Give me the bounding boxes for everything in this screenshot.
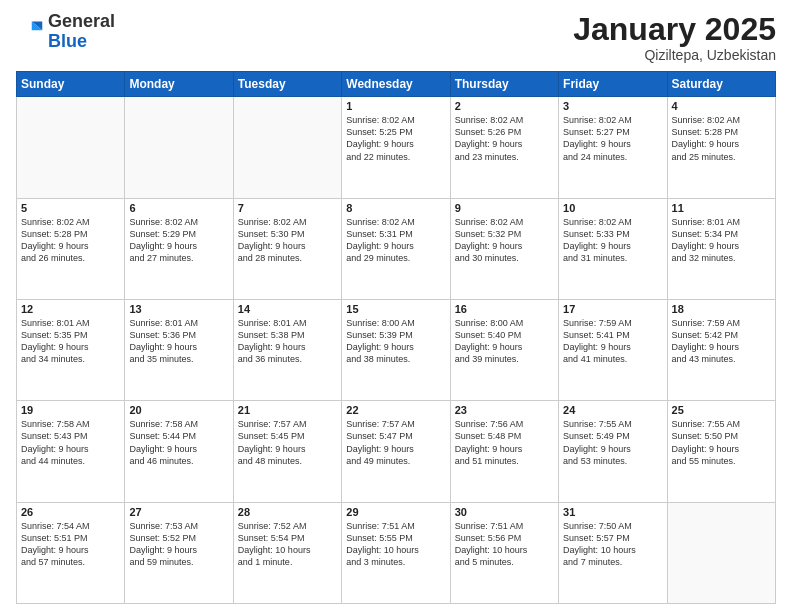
day-number: 3 [563, 100, 662, 112]
day-cell [17, 97, 125, 198]
day-cell: 30Sunrise: 7:51 AM Sunset: 5:56 PM Dayli… [450, 502, 558, 603]
day-cell: 26Sunrise: 7:54 AM Sunset: 5:51 PM Dayli… [17, 502, 125, 603]
day-info: Sunrise: 7:52 AM Sunset: 5:54 PM Dayligh… [238, 520, 337, 569]
calendar-table: SundayMondayTuesdayWednesdayThursdayFrid… [16, 71, 776, 604]
day-info: Sunrise: 8:00 AM Sunset: 5:40 PM Dayligh… [455, 317, 554, 366]
day-cell [667, 502, 775, 603]
day-info: Sunrise: 8:00 AM Sunset: 5:39 PM Dayligh… [346, 317, 445, 366]
logo: General Blue [16, 12, 115, 52]
day-number: 11 [672, 202, 771, 214]
day-number: 20 [129, 404, 228, 416]
day-number: 24 [563, 404, 662, 416]
day-info: Sunrise: 7:58 AM Sunset: 5:44 PM Dayligh… [129, 418, 228, 467]
title-block: January 2025 Qiziltepa, Uzbekistan [573, 12, 776, 63]
day-number: 25 [672, 404, 771, 416]
day-cell: 1Sunrise: 8:02 AM Sunset: 5:25 PM Daylig… [342, 97, 450, 198]
day-cell: 12Sunrise: 8:01 AM Sunset: 5:35 PM Dayli… [17, 299, 125, 400]
day-number: 22 [346, 404, 445, 416]
day-info: Sunrise: 7:59 AM Sunset: 5:42 PM Dayligh… [672, 317, 771, 366]
day-number: 16 [455, 303, 554, 315]
week-row-4: 19Sunrise: 7:58 AM Sunset: 5:43 PM Dayli… [17, 401, 776, 502]
day-cell: 16Sunrise: 8:00 AM Sunset: 5:40 PM Dayli… [450, 299, 558, 400]
day-cell: 7Sunrise: 8:02 AM Sunset: 5:30 PM Daylig… [233, 198, 341, 299]
day-info: Sunrise: 8:02 AM Sunset: 5:28 PM Dayligh… [21, 216, 120, 265]
day-cell: 2Sunrise: 8:02 AM Sunset: 5:26 PM Daylig… [450, 97, 558, 198]
logo-icon [16, 18, 44, 46]
day-info: Sunrise: 8:02 AM Sunset: 5:26 PM Dayligh… [455, 114, 554, 163]
day-cell: 14Sunrise: 8:01 AM Sunset: 5:38 PM Dayli… [233, 299, 341, 400]
day-cell: 19Sunrise: 7:58 AM Sunset: 5:43 PM Dayli… [17, 401, 125, 502]
logo-general-text: General [48, 11, 115, 31]
day-number: 17 [563, 303, 662, 315]
day-info: Sunrise: 7:50 AM Sunset: 5:57 PM Dayligh… [563, 520, 662, 569]
day-number: 4 [672, 100, 771, 112]
week-row-5: 26Sunrise: 7:54 AM Sunset: 5:51 PM Dayli… [17, 502, 776, 603]
day-info: Sunrise: 7:57 AM Sunset: 5:45 PM Dayligh… [238, 418, 337, 467]
day-info: Sunrise: 8:02 AM Sunset: 5:25 PM Dayligh… [346, 114, 445, 163]
day-info: Sunrise: 8:02 AM Sunset: 5:27 PM Dayligh… [563, 114, 662, 163]
day-number: 15 [346, 303, 445, 315]
day-number: 1 [346, 100, 445, 112]
day-info: Sunrise: 8:02 AM Sunset: 5:28 PM Dayligh… [672, 114, 771, 163]
day-info: Sunrise: 8:01 AM Sunset: 5:38 PM Dayligh… [238, 317, 337, 366]
page: General Blue January 2025 Qiziltepa, Uzb… [0, 0, 792, 612]
day-header-saturday: Saturday [667, 72, 775, 97]
day-cell: 6Sunrise: 8:02 AM Sunset: 5:29 PM Daylig… [125, 198, 233, 299]
day-cell: 13Sunrise: 8:01 AM Sunset: 5:36 PM Dayli… [125, 299, 233, 400]
day-info: Sunrise: 7:51 AM Sunset: 5:56 PM Dayligh… [455, 520, 554, 569]
day-info: Sunrise: 7:59 AM Sunset: 5:41 PM Dayligh… [563, 317, 662, 366]
day-cell: 28Sunrise: 7:52 AM Sunset: 5:54 PM Dayli… [233, 502, 341, 603]
week-row-2: 5Sunrise: 8:02 AM Sunset: 5:28 PM Daylig… [17, 198, 776, 299]
day-info: Sunrise: 8:01 AM Sunset: 5:34 PM Dayligh… [672, 216, 771, 265]
day-number: 9 [455, 202, 554, 214]
day-number: 2 [455, 100, 554, 112]
day-cell: 4Sunrise: 8:02 AM Sunset: 5:28 PM Daylig… [667, 97, 775, 198]
day-info: Sunrise: 7:56 AM Sunset: 5:48 PM Dayligh… [455, 418, 554, 467]
day-number: 23 [455, 404, 554, 416]
day-number: 19 [21, 404, 120, 416]
day-number: 14 [238, 303, 337, 315]
day-number: 31 [563, 506, 662, 518]
day-info: Sunrise: 8:02 AM Sunset: 5:30 PM Dayligh… [238, 216, 337, 265]
day-info: Sunrise: 7:53 AM Sunset: 5:52 PM Dayligh… [129, 520, 228, 569]
day-cell: 15Sunrise: 8:00 AM Sunset: 5:39 PM Dayli… [342, 299, 450, 400]
day-cell: 22Sunrise: 7:57 AM Sunset: 5:47 PM Dayli… [342, 401, 450, 502]
week-row-3: 12Sunrise: 8:01 AM Sunset: 5:35 PM Dayli… [17, 299, 776, 400]
day-number: 6 [129, 202, 228, 214]
day-number: 21 [238, 404, 337, 416]
calendar-header-row: SundayMondayTuesdayWednesdayThursdayFrid… [17, 72, 776, 97]
day-cell: 20Sunrise: 7:58 AM Sunset: 5:44 PM Dayli… [125, 401, 233, 502]
day-cell: 11Sunrise: 8:01 AM Sunset: 5:34 PM Dayli… [667, 198, 775, 299]
day-info: Sunrise: 8:01 AM Sunset: 5:36 PM Dayligh… [129, 317, 228, 366]
day-cell: 17Sunrise: 7:59 AM Sunset: 5:41 PM Dayli… [559, 299, 667, 400]
day-cell: 10Sunrise: 8:02 AM Sunset: 5:33 PM Dayli… [559, 198, 667, 299]
day-number: 10 [563, 202, 662, 214]
location: Qiziltepa, Uzbekistan [573, 47, 776, 63]
day-cell: 31Sunrise: 7:50 AM Sunset: 5:57 PM Dayli… [559, 502, 667, 603]
day-number: 12 [21, 303, 120, 315]
day-cell [233, 97, 341, 198]
day-cell: 23Sunrise: 7:56 AM Sunset: 5:48 PM Dayli… [450, 401, 558, 502]
day-cell: 8Sunrise: 8:02 AM Sunset: 5:31 PM Daylig… [342, 198, 450, 299]
day-info: Sunrise: 7:55 AM Sunset: 5:49 PM Dayligh… [563, 418, 662, 467]
day-cell: 9Sunrise: 8:02 AM Sunset: 5:32 PM Daylig… [450, 198, 558, 299]
day-header-wednesday: Wednesday [342, 72, 450, 97]
day-info: Sunrise: 8:01 AM Sunset: 5:35 PM Dayligh… [21, 317, 120, 366]
header: General Blue January 2025 Qiziltepa, Uzb… [16, 12, 776, 63]
day-info: Sunrise: 8:02 AM Sunset: 5:32 PM Dayligh… [455, 216, 554, 265]
logo-blue-text: Blue [48, 31, 87, 51]
day-cell [125, 97, 233, 198]
day-number: 18 [672, 303, 771, 315]
day-info: Sunrise: 8:02 AM Sunset: 5:33 PM Dayligh… [563, 216, 662, 265]
day-cell: 18Sunrise: 7:59 AM Sunset: 5:42 PM Dayli… [667, 299, 775, 400]
logo-text: General Blue [48, 12, 115, 52]
day-info: Sunrise: 8:02 AM Sunset: 5:31 PM Dayligh… [346, 216, 445, 265]
day-cell: 29Sunrise: 7:51 AM Sunset: 5:55 PM Dayli… [342, 502, 450, 603]
day-header-sunday: Sunday [17, 72, 125, 97]
day-cell: 5Sunrise: 8:02 AM Sunset: 5:28 PM Daylig… [17, 198, 125, 299]
day-info: Sunrise: 7:51 AM Sunset: 5:55 PM Dayligh… [346, 520, 445, 569]
day-number: 30 [455, 506, 554, 518]
day-cell: 27Sunrise: 7:53 AM Sunset: 5:52 PM Dayli… [125, 502, 233, 603]
day-header-tuesday: Tuesday [233, 72, 341, 97]
day-header-friday: Friday [559, 72, 667, 97]
